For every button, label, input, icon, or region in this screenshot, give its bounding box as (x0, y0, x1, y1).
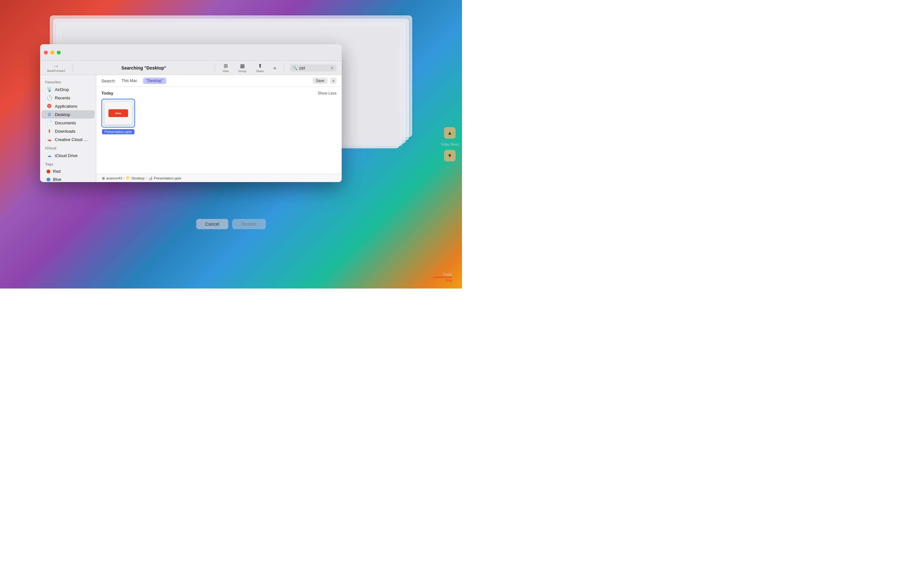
sidebar-downloads-label: Downloads (55, 129, 75, 134)
icloud-icon: ☁ (47, 153, 52, 158)
airdrop-icon: 📡 (47, 87, 52, 92)
results-area: Today Show Less Atlas (96, 87, 342, 174)
breadcrumb-file[interactable]: 📊 Presentation.pptx (148, 176, 182, 180)
back-forward-label: Back/Forward (47, 69, 65, 73)
show-less-button[interactable]: Show Less (318, 91, 336, 95)
icloud-section-title: iCloud (40, 143, 96, 151)
timeline-line (433, 277, 452, 277)
content-area: Favorites 📡 AirDrop 🕐 Recents 🅐 Applicat… (40, 75, 342, 182)
breadcrumb-user-label: anamor43 (106, 176, 122, 180)
search-scope-label: Search: (102, 79, 116, 83)
view-label: View (223, 69, 229, 73)
sidebar-item-applications[interactable]: 🅐 Applications (41, 102, 95, 110)
sidebar-item-downloads[interactable]: ⬇ Downloads (41, 127, 95, 135)
search-scope-bar: Search: This Mac "Desktop" Save + (96, 75, 342, 87)
search-desktop-button[interactable]: "Desktop" (143, 77, 166, 84)
toolbar-separator (73, 63, 73, 73)
share-icon: ⬆ (258, 63, 262, 69)
breadcrumb-sep-1: › (124, 176, 124, 180)
toolbar-separator-2 (215, 63, 215, 73)
share-button[interactable]: ⬆ Share (254, 61, 266, 74)
sidebar-applications-label: Applications (55, 104, 78, 109)
down-arrow-icon: ▼ (447, 153, 452, 159)
sidebar-airdrop-label: AirDrop (55, 87, 69, 92)
downloads-icon: ⬇ (47, 129, 52, 134)
timeline-today-label: Today (443, 272, 452, 276)
search-bar[interactable]: 🔍 ✕ (290, 64, 336, 71)
time-machine-timeline: Today Now (433, 272, 452, 282)
window-title: Searching "Desktop" (79, 65, 209, 71)
tag-red-label: Red (53, 169, 61, 174)
file-thumbnail: Atlas (102, 99, 135, 127)
search-this-mac-button[interactable]: This Mac (118, 77, 141, 84)
today-section-title: Today (102, 91, 113, 95)
status-bar: 🖥 anamor43 › 📁 Desktop › 📊 Presentation.… (96, 174, 342, 182)
pptx-red-banner: Atlas (108, 109, 128, 117)
cancel-button[interactable]: Cancel (196, 219, 228, 229)
group-icon: ▦ (240, 63, 245, 69)
toolbar: ‹ › Back/Forward Searching "Desktop" ⊞ V… (40, 61, 342, 75)
more-button[interactable]: » (271, 64, 278, 72)
tags-section-title: Tags (40, 160, 96, 167)
sidebar-item-tag-red[interactable]: Red (41, 167, 95, 175)
maximize-button[interactable] (57, 51, 61, 55)
traffic-lights (44, 51, 61, 55)
bottom-buttons: Cancel Restore (196, 219, 266, 229)
view-button[interactable]: ⊞ View (221, 61, 231, 74)
up-arrow-icon: ▲ (447, 130, 452, 136)
computer-icon: 🖥 (102, 176, 105, 180)
restore-button[interactable]: Restore (232, 219, 266, 229)
sidebar-item-documents[interactable]: 📄 Documents (41, 119, 95, 127)
more-icon: » (273, 65, 276, 71)
today-section-header: Today Show Less (102, 91, 336, 95)
search-clear-icon[interactable]: ✕ (330, 65, 334, 71)
sidebar-item-icloud-drive[interactable]: ☁ iCloud Drive (41, 151, 95, 160)
back-forward-button[interactable]: ‹ › Back/Forward (45, 62, 67, 74)
file-item-presentation[interactable]: Atlas Presentation.pptx (102, 99, 135, 134)
sidebar-recents-label: Recents (55, 95, 70, 100)
minimize-button[interactable] (50, 51, 54, 55)
breadcrumb-sep-2: › (145, 176, 147, 180)
add-search-criteria-button[interactable]: + (330, 77, 336, 84)
blue-tag-dot (47, 177, 50, 181)
pptx-icon: 📊 (148, 176, 153, 180)
file-name-label: Presentation.pptx (102, 129, 135, 134)
time-machine-sidebar: ▲ Today (Now) ▼ (441, 127, 459, 161)
sidebar-item-creative-cloud[interactable]: ☁ Creative Cloud Fil... (41, 135, 95, 143)
main-panel: Search: This Mac "Desktop" Save + Today … (96, 75, 342, 182)
recents-icon: 🕐 (47, 95, 52, 100)
time-machine-down-button[interactable]: ▼ (444, 150, 456, 161)
sidebar-documents-label: Documents (55, 121, 76, 125)
sidebar-icloud-label: iCloud Drive (55, 153, 78, 158)
tag-blue-label: Blue (53, 177, 61, 182)
breadcrumb-anamor43[interactable]: 🖥 anamor43 (102, 176, 122, 180)
pptx-slide: Atlas (105, 102, 132, 124)
sidebar: Favorites 📡 AirDrop 🕐 Recents 🅐 Applicat… (40, 75, 96, 182)
desktop-icon: 🖥 (47, 112, 52, 117)
sidebar-item-airdrop[interactable]: 📡 AirDrop (41, 85, 95, 93)
time-machine-up-button[interactable]: ▲ (444, 127, 456, 139)
sidebar-item-desktop[interactable]: 🖥 Desktop (41, 110, 95, 119)
sidebar-item-tag-blue[interactable]: Blue (41, 175, 95, 182)
search-icon: 🔍 (292, 66, 297, 70)
view-icon: ⊞ (224, 63, 228, 69)
group-button[interactable]: ▦ Group (236, 61, 248, 74)
timeline-now-label: Now (445, 278, 452, 282)
share-label: Share (256, 69, 264, 73)
sidebar-desktop-label: Desktop (55, 112, 70, 117)
sidebar-creative-label: Creative Cloud Fil... (55, 137, 89, 142)
documents-icon: 📄 (47, 120, 52, 125)
sidebar-item-recents[interactable]: 🕐 Recents (41, 93, 95, 102)
save-search-button[interactable]: Save (312, 77, 328, 84)
group-label: Group (238, 69, 246, 73)
breadcrumb-desktop[interactable]: 📁 Desktop (126, 176, 144, 180)
pptx-content-text: Atlas (115, 112, 121, 115)
close-button[interactable] (44, 51, 48, 55)
creative-cloud-icon: ☁ (47, 137, 52, 142)
favorites-section-title: Favorites (40, 77, 96, 85)
titlebar (40, 44, 342, 61)
search-input[interactable] (299, 65, 328, 70)
breadcrumb-file-label: Presentation.pptx (154, 176, 182, 180)
time-machine-now-label: Today (Now) (441, 143, 459, 146)
applications-icon: 🅐 (47, 103, 52, 109)
